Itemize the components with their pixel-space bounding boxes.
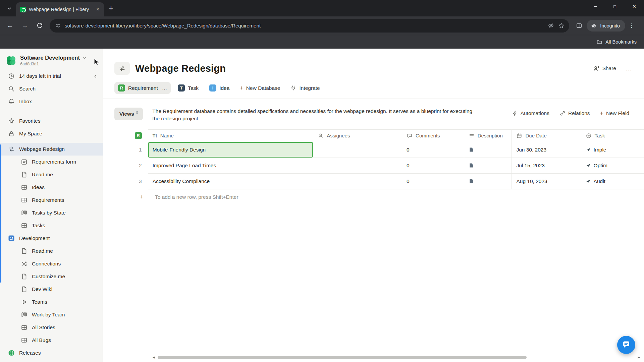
sidebar-item-development[interactable]: Development xyxy=(0,232,103,245)
sidebar-item-favorites[interactable]: Favorites xyxy=(0,115,103,127)
new-tab-button[interactable]: + xyxy=(106,3,116,13)
window-maximize-button[interactable]: □ xyxy=(605,0,625,13)
cell-assignees[interactable] xyxy=(313,142,402,158)
add-row-plus-icon[interactable]: + xyxy=(103,193,150,201)
db-tab-idea[interactable]: I Idea xyxy=(206,82,233,94)
db-tab-requirement[interactable]: R Requirement … xyxy=(114,82,171,94)
sidebar-item-webpage-redesign[interactable]: Webpage Redesign xyxy=(0,143,103,156)
sidebar-item-ideas[interactable]: Ideas xyxy=(0,181,103,194)
cell-task[interactable]: Audit xyxy=(581,174,644,189)
db-tab-task[interactable]: T Task xyxy=(174,82,202,94)
sidebar-item-label: Connections xyxy=(32,261,61,267)
side-panel-button[interactable] xyxy=(573,19,585,32)
note-icon xyxy=(469,163,474,168)
window-close-button[interactable]: × xyxy=(625,0,644,13)
site-info-icon[interactable] xyxy=(55,23,61,28)
new-database-button[interactable]: + New Database xyxy=(236,83,283,94)
cell-assignees[interactable] xyxy=(313,158,402,174)
scroll-right-arrow[interactable]: ▸ xyxy=(638,355,640,360)
add-row[interactable]: + To add a new row, press Shift+Enter xyxy=(103,189,644,205)
scroll-left-arrow[interactable]: ◂ xyxy=(153,355,155,360)
cell-assignees[interactable] xyxy=(313,174,402,189)
trial-banner[interactable]: 14 days left in trial xyxy=(0,70,103,82)
sidebar-item-all-bugs[interactable]: All Bugs xyxy=(0,334,103,347)
cell-task[interactable]: Imple xyxy=(581,142,644,158)
row-number[interactable]: 2 xyxy=(103,158,148,174)
sidebar-item-tasks[interactable]: Tasks xyxy=(0,219,103,232)
cell-task[interactable]: Optim xyxy=(581,158,644,174)
sidebar-item-requirements-form[interactable]: Requirements form xyxy=(0,156,103,168)
sidebar-item-label: My Space xyxy=(19,131,42,137)
sidebar-item-work-by-team[interactable]: Work by Team xyxy=(0,308,103,321)
sidebar-item-requirements[interactable]: Requirements xyxy=(0,194,103,206)
sidebar-item-connections[interactable]: Connections xyxy=(0,257,103,270)
new-field-button[interactable]: + New Field xyxy=(600,110,629,116)
column-header-due-date[interactable]: Due Date xyxy=(512,129,581,142)
forward-button[interactable]: → xyxy=(18,19,32,33)
sidebar-item-teams[interactable]: Teams xyxy=(0,296,103,308)
collapse-sidebar-button[interactable] xyxy=(93,74,98,79)
cell-due-date[interactable]: Jul 15, 2023 xyxy=(512,158,581,174)
sidebar-item-dev-wiki[interactable]: Dev Wiki xyxy=(0,283,103,296)
document-icon xyxy=(21,171,28,178)
url-text[interactable]: software-development.fibery.io/fibery/sp… xyxy=(65,23,544,28)
back-button[interactable]: ← xyxy=(3,19,17,33)
automations-button[interactable]: Automations xyxy=(512,110,549,116)
sidebar-accent-bar xyxy=(0,144,1,283)
sidebar-item-search[interactable]: Search xyxy=(0,82,103,95)
db-tab-more-button[interactable]: … xyxy=(162,85,167,91)
row-number[interactable]: 3 xyxy=(103,174,148,189)
cell-comments[interactable]: 0 xyxy=(402,142,464,158)
board-view-icon xyxy=(21,209,28,216)
column-header-name[interactable]: Tt Name xyxy=(148,129,313,142)
browser-menu-button[interactable]: … xyxy=(627,19,639,32)
cell-description[interactable] xyxy=(464,158,512,174)
tab-search-button[interactable] xyxy=(4,3,15,14)
views-button[interactable]: Views 3 xyxy=(114,108,143,120)
requirement-badge: R xyxy=(118,84,125,92)
integrate-button[interactable]: Integrate xyxy=(287,82,323,94)
cell-description[interactable] xyxy=(464,174,512,189)
tab-close-icon[interactable]: × xyxy=(95,6,101,13)
cell-description[interactable] xyxy=(464,142,512,158)
task-badge: T xyxy=(178,84,185,92)
sidebar-item-my-space[interactable]: My Space xyxy=(0,127,103,140)
sidebar-item-readme[interactable]: Read.me xyxy=(0,168,103,181)
chat-launcher-button[interactable] xyxy=(617,336,635,354)
address-bar[interactable]: software-development.fibery.io/fibery/sp… xyxy=(50,19,569,33)
sidebar-item-dev-readme[interactable]: Read.me xyxy=(0,245,103,257)
workspace-switcher[interactable]: Software Development 6ad8d3d1 xyxy=(0,53,103,70)
share-button[interactable]: Share xyxy=(593,65,616,72)
scrollbar-thumb[interactable] xyxy=(158,356,527,359)
sidebar-item-partial[interactable] xyxy=(0,359,103,362)
sidebar-item-tasks-by-state[interactable]: Tasks by State xyxy=(0,206,103,219)
sidebar-item-releases[interactable]: Releases xyxy=(0,347,103,359)
cell-text: Mobile-Friendly Design xyxy=(153,147,206,153)
reload-button[interactable] xyxy=(33,19,46,33)
cell-text: Audit xyxy=(594,178,605,184)
sidebar-item-inbox[interactable]: Inbox xyxy=(0,95,103,108)
sidebar-item-all-stories[interactable]: All Stories xyxy=(0,321,103,334)
page-more-button[interactable]: … xyxy=(624,64,634,73)
cell-name[interactable]: Accessibility Compliance xyxy=(148,174,313,189)
eye-off-icon[interactable] xyxy=(548,22,554,29)
window-minimize-button[interactable]: – xyxy=(586,0,605,13)
browser-tab[interactable]: Webpage Redesign | Fibery × xyxy=(16,2,104,16)
cell-due-date[interactable]: Aug 10, 2023 xyxy=(512,174,581,189)
sidebar-item-customize-me[interactable]: Customize.me xyxy=(0,270,103,283)
cell-name[interactable]: Improved Page Load Times xyxy=(148,158,313,174)
table-row: 3 Accessibility Compliance 0 Aug 10, 202… xyxy=(103,174,644,189)
cell-due-date[interactable]: Jun 30, 2023 xyxy=(512,142,581,158)
relations-button[interactable]: Relations xyxy=(559,110,590,116)
column-header-description[interactable]: Description xyxy=(464,129,512,142)
bookmark-star-icon[interactable] xyxy=(558,22,565,29)
space-icon-button[interactable] xyxy=(114,62,130,75)
column-header-task[interactable]: Task xyxy=(581,129,644,142)
column-header-assignees[interactable]: Assignees xyxy=(313,129,402,142)
all-bookmarks-button[interactable]: All Bookmarks xyxy=(605,39,637,45)
cell-comments[interactable]: 0 xyxy=(402,174,464,189)
column-header-comments[interactable]: Comments xyxy=(402,129,464,142)
cell-name-selected[interactable]: Mobile-Friendly Design xyxy=(148,142,313,158)
cell-comments[interactable]: 0 xyxy=(402,158,464,174)
row-number[interactable]: 1 xyxy=(103,142,148,158)
